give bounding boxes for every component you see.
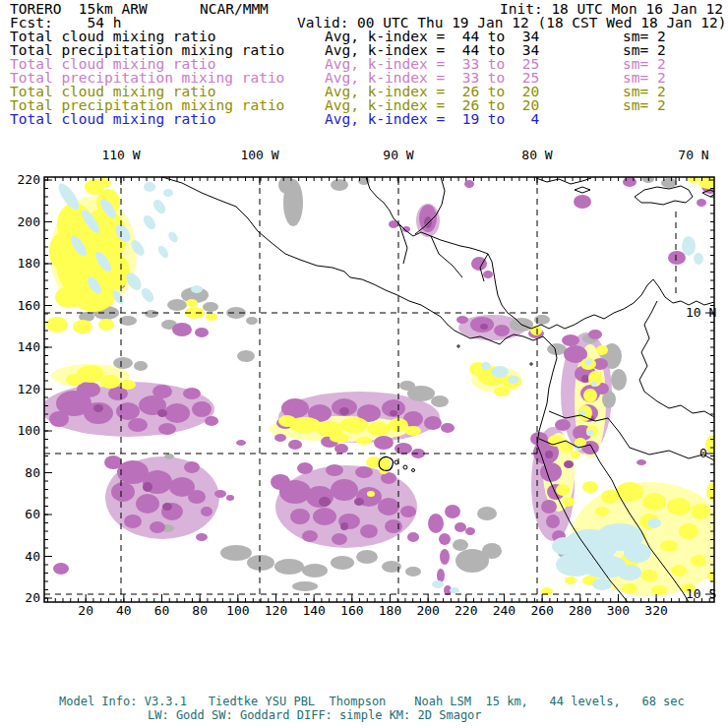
bottom-axis-label: 320 [644,603,667,618]
bottom-axis-label: 260 [530,603,553,618]
bottom-axis-label: 280 [569,603,591,618]
bottom-axis-label: 80 [192,603,208,618]
bottom-axis-label: 300 [607,603,630,618]
model-info-line1: Model Info: V3.3.1 Tiedtke YSU PBL Thomp… [59,695,685,708]
bottom-axis-label: 240 [493,603,516,618]
left-axis-label: 60 [25,507,40,521]
bottom-axis-label: 60 [154,603,170,618]
top-axis-label: 100 W [240,148,278,162]
left-axis-label: 220 [18,172,40,187]
model-info-line2: LW: Godd SW: Goddard DIFF: simple KM: 2D… [148,708,482,722]
left-axis-label: 120 [18,382,40,396]
map-canvas: 2202001801601401201008060402020406080100… [0,0,728,728]
bottom-axis-label: 220 [455,603,477,618]
bottom-axis-label: 180 [379,603,401,618]
bottom-axis-label: 140 [302,603,325,618]
bottom-axis-label: 40 [116,603,132,618]
left-axis-label: 100 [18,423,40,438]
left-axis-label: 20 [25,590,40,605]
left-axis-label: 40 [25,549,40,564]
right-axis-label: 10 N [686,305,716,320]
bottom-axis-label: 200 [416,603,439,618]
top-axis-label: 80 W [521,148,552,162]
top-axis-label: 70 N [678,148,708,162]
right-axis-label: 10 S [686,586,716,601]
right-axis-label: 0 [699,446,707,460]
left-axis-label: 180 [18,256,40,271]
left-axis-label: 140 [18,339,40,354]
bottom-axis-label: 160 [340,603,363,618]
top-axis-label: 110 W [101,148,140,162]
left-axis-label: 160 [18,298,40,313]
bottom-axis-label: 20 [78,603,93,618]
bottom-axis-label: 120 [265,603,287,618]
left-axis-label: 80 [25,465,40,480]
weather-model-plot-page: TORERO 15km ARW NCAR/MMM Init: 18 UTC Mo… [0,0,728,728]
data-blobs [41,175,728,596]
left-axis-label: 200 [18,214,40,229]
top-axis-label: 90 W [383,148,413,162]
bottom-axis-label: 100 [226,603,249,618]
